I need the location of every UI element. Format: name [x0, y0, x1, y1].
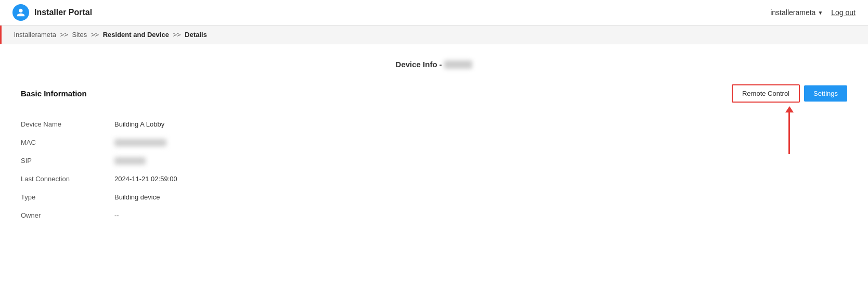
breadcrumb: installerameta >> Sites >> Resident and … [14, 31, 207, 39]
main-content: Device Info - Basic Information Remote C… [0, 44, 868, 240]
remote-control-button[interactable]: Remote Control [732, 84, 800, 103]
field-label-device-name: Device Name [21, 120, 114, 128]
nav-right: installerameta ▼ Log out [770, 8, 856, 17]
app-title: Installer Portal [34, 8, 92, 17]
breadcrumb-sep-1: >> [60, 31, 68, 39]
field-label-type: Type [21, 193, 114, 201]
breadcrumb-sep-3: >> [173, 31, 181, 39]
arrow-shaft [788, 112, 790, 154]
field-value-last-connection: 2024-11-21 02:59:00 [114, 175, 177, 183]
page-header: Device Info - [21, 60, 847, 69]
arrow-annotation [785, 106, 794, 154]
username-label: installerameta [770, 8, 815, 17]
page-title: Device Info - [396, 60, 473, 69]
table-row: MAC [21, 133, 847, 152]
breadcrumb-sep-2: >> [91, 31, 99, 39]
device-info-label: Device Info - [396, 60, 442, 69]
info-table: Device Name Building A Lobby MAC SIP Las… [21, 115, 847, 224]
breadcrumb-resident-device[interactable]: Resident and Device [103, 31, 169, 39]
avatar [12, 4, 29, 21]
breadcrumb-sites[interactable]: Sites [72, 31, 87, 39]
breadcrumb-installerameta[interactable]: installerameta [14, 31, 56, 39]
field-value-type: Building device [114, 193, 160, 201]
field-value-device-name: Building A Lobby [114, 120, 164, 128]
chevron-down-icon: ▼ [818, 10, 823, 16]
basic-information-title: Basic Information [21, 89, 87, 98]
breadcrumb-bar: installerameta >> Sites >> Resident and … [0, 26, 868, 44]
table-row: Owner -- [21, 206, 847, 224]
field-label-last-connection: Last Connection [21, 175, 114, 183]
table-row: Type Building device [21, 188, 847, 206]
table-row: Device Name Building A Lobby [21, 115, 847, 133]
action-buttons: Remote Control Settings [732, 84, 847, 103]
nav-left: Installer Portal [12, 4, 92, 21]
field-label-owner: Owner [21, 211, 114, 219]
breadcrumb-details[interactable]: Details [185, 31, 207, 39]
top-navigation: Installer Portal installerameta ▼ Log ou… [0, 0, 868, 26]
arrow-head-icon [785, 106, 794, 112]
field-value-owner: -- [114, 211, 119, 219]
settings-button[interactable]: Settings [804, 85, 847, 102]
section-header: Basic Information Remote Control Setting… [21, 84, 847, 103]
field-value-sip [114, 157, 146, 165]
logout-button[interactable]: Log out [831, 8, 856, 17]
field-label-sip: SIP [21, 157, 114, 165]
field-label-mac: MAC [21, 139, 114, 146]
table-row: Last Connection 2024-11-21 02:59:00 [21, 170, 847, 188]
device-id-blurred [444, 60, 472, 69]
table-row: SIP [21, 152, 847, 170]
field-value-mac [114, 139, 166, 146]
user-menu[interactable]: installerameta ▼ [770, 8, 823, 17]
